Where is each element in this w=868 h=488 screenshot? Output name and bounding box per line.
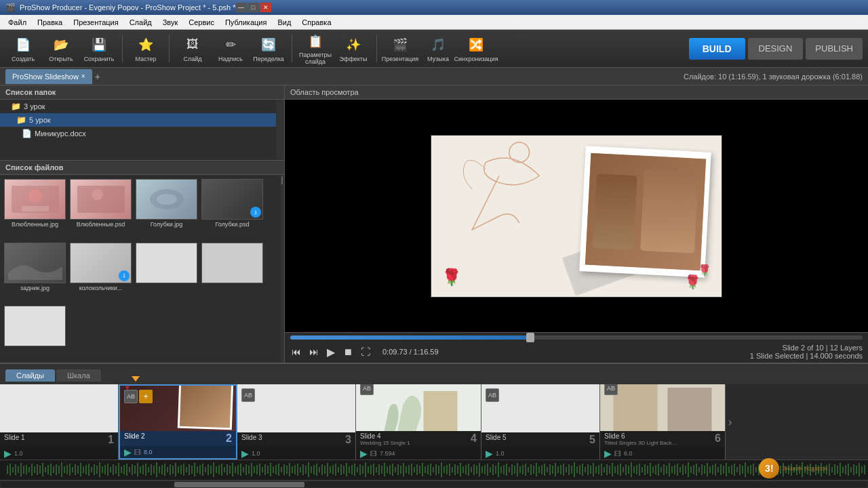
svg-rect-64 bbox=[137, 463, 138, 476]
svg-rect-274 bbox=[707, 463, 708, 476]
menu-item-сервис[interactable]: Сервис bbox=[183, 17, 220, 28]
svg-rect-253 bbox=[650, 463, 651, 476]
open-button[interactable]: 📂 Открыть bbox=[43, 33, 79, 65]
svg-rect-112 bbox=[267, 466, 269, 474]
svg-rect-243 bbox=[623, 467, 624, 472]
progress-handle[interactable] bbox=[526, 333, 534, 342]
svg-rect-197 bbox=[498, 462, 499, 477]
play-icon-1: ▶ bbox=[4, 448, 12, 459]
minimize-button[interactable]: — bbox=[236, 3, 247, 12]
folder-item-selected[interactable]: 📁 5 урок bbox=[0, 113, 276, 127]
folder-scrollbar[interactable] bbox=[276, 100, 284, 160]
file-scrollbar[interactable] bbox=[280, 175, 284, 363]
timeline-scrollbar[interactable] bbox=[0, 480, 868, 488]
menu-item-справка[interactable]: Справка bbox=[296, 17, 336, 28]
svg-rect-263 bbox=[677, 464, 678, 476]
svg-rect-49 bbox=[96, 466, 98, 474]
audio-waveform-bar: 3! Знания подарок bbox=[0, 460, 868, 480]
svg-rect-281 bbox=[726, 463, 727, 476]
file-item[interactable]: 1 колокольчики... bbox=[68, 241, 133, 304]
maximize-button[interactable]: □ bbox=[248, 3, 259, 12]
close-button[interactable]: ✕ bbox=[260, 3, 271, 12]
fullscreen-button[interactable]: ⛶ bbox=[359, 345, 372, 359]
file-item[interactable] bbox=[200, 241, 264, 304]
build-button[interactable]: BUILD bbox=[689, 38, 745, 60]
slide-cell-5[interactable]: AB Slide 5 5 ▶ 1.0 bbox=[481, 384, 600, 460]
slide-cell-4[interactable]: AB Slide 4 Wedding 15 Single 1 4 ▶ 🎞 7.5… bbox=[356, 384, 481, 460]
folder-item[interactable]: 📁 3 урок bbox=[0, 100, 276, 113]
svg-rect-320 bbox=[831, 467, 833, 472]
effects-button[interactable]: ✨ Эффекты bbox=[336, 33, 371, 65]
ab-badge-6: AB bbox=[604, 384, 618, 395]
menu-item-файл[interactable]: Файл bbox=[3, 17, 32, 28]
scroll-right-button[interactable]: › bbox=[726, 384, 734, 460]
svg-rect-200 bbox=[506, 464, 507, 476]
file-item[interactable]: задник.jpg bbox=[3, 241, 67, 304]
menu-item-звук[interactable]: Звук bbox=[157, 17, 184, 28]
duration-5: 1.0 bbox=[496, 450, 505, 457]
svg-rect-118 bbox=[283, 464, 285, 475]
svg-rect-47 bbox=[91, 467, 92, 472]
menu-item-презентация[interactable]: Презентация bbox=[68, 17, 123, 28]
caption-button[interactable]: ✏ Надпись bbox=[213, 33, 248, 65]
play-button[interactable]: ▶ bbox=[326, 344, 336, 360]
presentation-button[interactable]: 🎬 Презентация bbox=[382, 33, 418, 65]
svg-rect-278 bbox=[717, 467, 719, 472]
tab-close-icon[interactable]: × bbox=[81, 73, 85, 80]
rework-button[interactable]: 🔄 Переделка bbox=[251, 33, 286, 65]
scroll-thumb-h[interactable] bbox=[174, 482, 304, 487]
publish-button[interactable]: PUBLISH bbox=[806, 38, 863, 60]
stop-button[interactable]: ⏹ bbox=[342, 345, 354, 359]
caption-icon: ✏ bbox=[221, 35, 240, 54]
slide-cell-1[interactable]: Slide 1 1 ▶ 1.0 bbox=[0, 384, 119, 460]
svg-rect-154 bbox=[381, 466, 382, 474]
tab-label: ProShow Slideshow bbox=[12, 73, 79, 81]
slide-cell-6[interactable]: AB Slide 6 Tilted Singles 3D Light Back.… bbox=[600, 384, 726, 460]
tab-scale[interactable]: Шкала bbox=[56, 369, 101, 382]
file-item[interactable]: Влюбленные.jpg bbox=[3, 178, 67, 240]
tab-slides[interactable]: Слайды bbox=[5, 369, 55, 382]
music-button[interactable]: 🎵 Музыка bbox=[420, 33, 456, 65]
slide-title-1: Slide 1 bbox=[4, 434, 25, 446]
file-item[interactable]: Влюбленные.psd bbox=[68, 178, 133, 240]
menu-item-слайд[interactable]: Слайд bbox=[124, 17, 157, 28]
svg-rect-205 bbox=[519, 466, 521, 473]
menu-item-вид[interactable]: Вид bbox=[272, 17, 296, 28]
slide-button[interactable]: 🖼 Слайд bbox=[175, 33, 210, 65]
file-item[interactable]: 1 Голубки.psd bbox=[200, 178, 264, 240]
file-thumb-9 bbox=[4, 306, 66, 346]
svg-rect-245 bbox=[628, 466, 629, 474]
prev-button[interactable]: ⏭ bbox=[308, 345, 320, 359]
slide-title-3: Slide 3 bbox=[241, 434, 262, 446]
file-thumb-8 bbox=[201, 243, 263, 283]
svg-rect-194 bbox=[490, 467, 491, 472]
toolbar: 📄 Создать 📂 Открыть 💾 Сохранить ⭐ Мастер… bbox=[0, 30, 868, 68]
design-button[interactable]: DESIGN bbox=[748, 38, 804, 60]
file-item[interactable]: Голубки.jpg bbox=[134, 178, 199, 240]
save-button[interactable]: 💾 Сохранить bbox=[81, 33, 117, 65]
rewind-button[interactable]: ⏮ bbox=[290, 345, 302, 359]
slide-cell-3[interactable]: AB Slide 3 3 ▶ 1.0 bbox=[237, 384, 356, 460]
svg-rect-324 bbox=[842, 466, 844, 473]
progress-bar[interactable] bbox=[290, 336, 863, 340]
master-button[interactable]: ⭐ Мастер bbox=[128, 33, 163, 65]
create-button[interactable]: 📄 Создать bbox=[5, 33, 41, 65]
svg-rect-158 bbox=[392, 464, 393, 476]
sync-button[interactable]: 🔀 Синхронизация bbox=[458, 33, 494, 65]
svg-rect-27 bbox=[37, 464, 38, 475]
svg-rect-126 bbox=[305, 466, 307, 474]
svg-rect-97 bbox=[226, 464, 228, 475]
presentation-label: Презентация bbox=[382, 56, 418, 62]
slide-params-button[interactable]: 📋 Параметры слайда bbox=[298, 33, 333, 65]
menu-item-публикация[interactable]: Публикация bbox=[220, 17, 272, 28]
file-item[interactable] bbox=[3, 304, 67, 360]
tab-add-button[interactable]: + bbox=[95, 71, 100, 82]
svg-rect-110 bbox=[262, 467, 263, 472]
folder-item-docx[interactable]: 📄 Миникурс.docx bbox=[0, 127, 276, 140]
menu-item-правка[interactable]: Правка bbox=[32, 17, 68, 28]
svg-rect-242 bbox=[620, 464, 621, 476]
slide-cell-2[interactable]: ♥ AB + Slide 2 2 ▶ 🎞 8.0 bbox=[119, 384, 237, 460]
project-tab[interactable]: ProShow Slideshow × bbox=[5, 69, 92, 84]
file-item[interactable] bbox=[134, 241, 199, 304]
svg-rect-25 bbox=[31, 464, 33, 476]
